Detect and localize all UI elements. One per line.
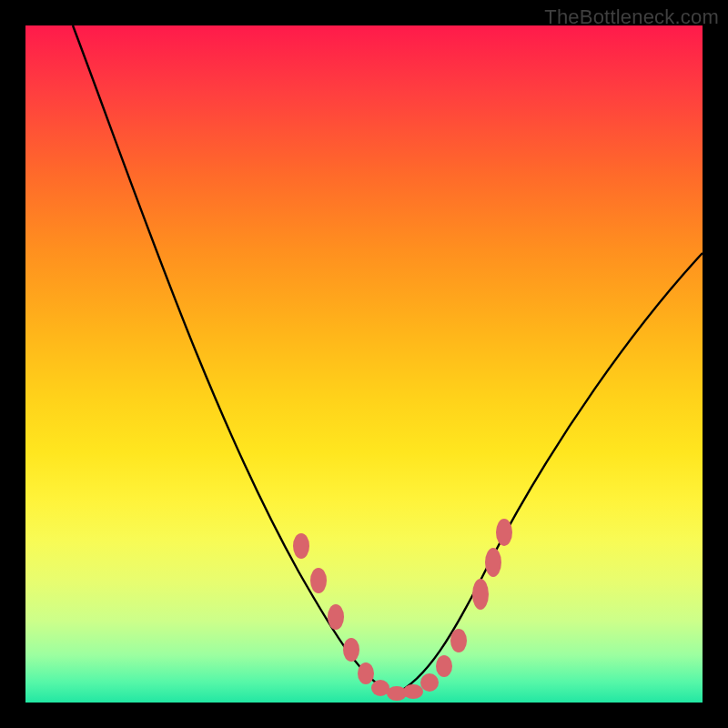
- chart-frame: TheBottleneck.com: [0, 0, 728, 728]
- svg-point-1: [310, 568, 327, 593]
- svg-point-7: [403, 684, 423, 699]
- svg-point-4: [358, 662, 374, 684]
- svg-point-5: [371, 680, 389, 696]
- svg-point-12: [485, 548, 501, 577]
- svg-point-3: [343, 638, 359, 662]
- watermark-text: TheBottleneck.com: [544, 5, 719, 29]
- bottleneck-curve: [73, 25, 703, 694]
- svg-point-10: [450, 629, 467, 652]
- svg-point-9: [436, 655, 452, 677]
- svg-point-11: [472, 579, 489, 610]
- svg-point-0: [293, 533, 309, 559]
- curve-layer: [25, 25, 703, 703]
- svg-point-13: [496, 519, 512, 546]
- svg-point-2: [328, 604, 344, 630]
- svg-point-8: [420, 673, 439, 692]
- highlight-dots: [293, 519, 512, 701]
